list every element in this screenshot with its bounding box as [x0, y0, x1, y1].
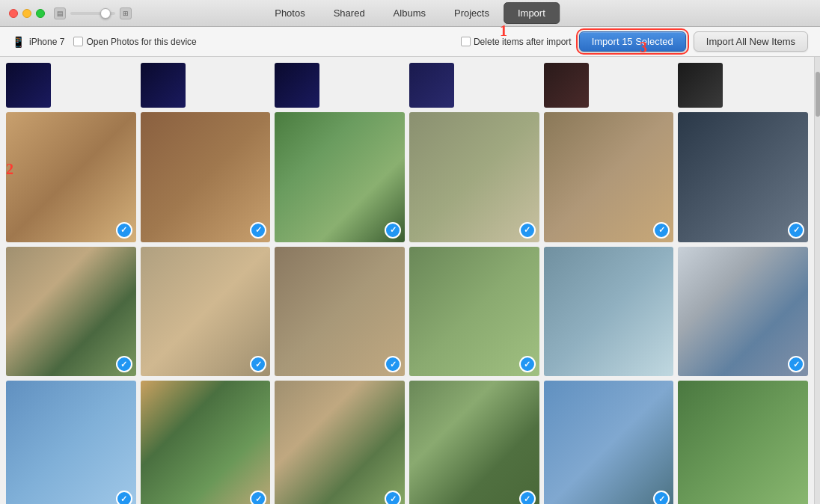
tab-photos[interactable]: Photos: [260, 2, 319, 24]
selection-badge: ✓: [653, 222, 670, 239]
table-row[interactable]: ✓: [141, 381, 271, 504]
selection-badge: ✓: [519, 222, 536, 239]
selection-badge: ✓: [519, 491, 536, 504]
title-bar: ▤ ⊞ Photos Shared Albums Projects Import: [0, 0, 820, 27]
table-row[interactable]: ✓: [141, 247, 271, 377]
selection-badge: ✓: [250, 222, 266, 239]
tab-albums[interactable]: Albums: [379, 2, 440, 24]
device-label: iPhone 7: [29, 37, 64, 47]
table-row[interactable]: [409, 63, 454, 108]
table-row[interactable]: [544, 247, 674, 377]
selection-badge: ✓: [385, 491, 401, 504]
delete-items-checkbox[interactable]: [461, 37, 471, 46]
open-photos-checkbox[interactable]: [73, 37, 83, 46]
selection-badge: ✓: [250, 356, 266, 372]
table-row[interactable]: ✓: [409, 247, 539, 377]
import-selected-button[interactable]: Import 15 Selected: [579, 31, 686, 52]
open-photos-label: Open Photos for this device: [86, 37, 196, 47]
table-row[interactable]: ✓: [409, 112, 539, 242]
main-content: ✓ ✓ ✓ ✓ ✓ ✓ ✓ ✓: [0, 57, 820, 504]
close-button[interactable]: [9, 9, 18, 18]
traffic-lights: [0, 9, 45, 18]
table-row[interactable]: ✓: [275, 112, 405, 242]
selection-badge: ✓: [385, 356, 401, 372]
table-row[interactable]: [544, 63, 589, 108]
table-row[interactable]: [678, 381, 808, 504]
toolbar: 📱 iPhone 7 Open Photos for this device D…: [0, 27, 820, 57]
tab-shared[interactable]: Shared: [319, 2, 379, 24]
table-row[interactable]: ✓: [6, 112, 136, 242]
view-toggle-button[interactable]: ⊞: [120, 7, 132, 19]
selection-badge: ✓: [788, 356, 804, 372]
nav-tabs: Photos Shared Albums Projects Import: [260, 2, 560, 24]
sidebar-toggle-button[interactable]: ▤: [54, 7, 66, 19]
table-row[interactable]: ✓: [544, 112, 674, 242]
zoom-slider-thumb[interactable]: [100, 8, 111, 19]
selection-badge: ✓: [116, 356, 132, 372]
window-controls: ▤ ⊞: [54, 7, 132, 19]
table-row[interactable]: ✓: [544, 381, 674, 504]
table-row[interactable]: ✓: [141, 112, 271, 242]
table-row[interactable]: ✓: [275, 381, 405, 504]
selection-badge: ✓: [250, 491, 266, 504]
photo-grid-container[interactable]: ✓ ✓ ✓ ✓ ✓ ✓ ✓ ✓: [0, 57, 814, 504]
import-all-button[interactable]: Import All New Items: [694, 31, 808, 52]
table-row[interactable]: ✓: [6, 247, 136, 377]
selection-badge: ✓: [788, 222, 804, 239]
iphone-icon: 📱: [12, 36, 25, 48]
photo-grid: ✓ ✓ ✓ ✓ ✓ ✓ ✓ ✓: [6, 63, 808, 504]
tab-import[interactable]: Import: [504, 2, 560, 24]
table-row[interactable]: [6, 63, 51, 108]
device-info: 📱 iPhone 7: [12, 36, 64, 48]
delete-items-label: Delete items after import: [474, 37, 572, 47]
table-row[interactable]: ✓: [275, 247, 405, 377]
table-row[interactable]: ✓: [409, 381, 539, 504]
table-row[interactable]: ✓: [678, 112, 808, 242]
table-row[interactable]: [141, 63, 186, 108]
annotation-2: 2: [6, 161, 13, 178]
toolbar-right: Delete items after import Import 15 Sele…: [461, 31, 808, 52]
selection-badge: ✓: [385, 222, 401, 239]
table-row[interactable]: [275, 63, 319, 108]
minimize-button[interactable]: [22, 9, 31, 18]
scrollbar-thumb[interactable]: [816, 72, 820, 117]
zoom-slider[interactable]: [70, 12, 115, 15]
table-row[interactable]: [678, 63, 723, 108]
selection-badge: ✓: [116, 222, 132, 239]
tab-projects[interactable]: Projects: [440, 2, 504, 24]
annotation-1: 1: [500, 22, 507, 40]
scrollbar[interactable]: [814, 57, 820, 504]
delete-items-checkbox-area[interactable]: Delete items after import: [461, 37, 572, 47]
selection-badge: ✓: [653, 491, 670, 504]
selection-badge: ✓: [116, 491, 132, 504]
open-photos-checkbox-area[interactable]: Open Photos for this device: [73, 37, 196, 47]
annotation-3: 3: [640, 39, 647, 56]
table-row[interactable]: ✓: [6, 381, 136, 504]
selection-badge: ✓: [519, 356, 536, 372]
fullscreen-button[interactable]: [36, 9, 45, 18]
table-row[interactable]: ✓: [678, 247, 808, 377]
